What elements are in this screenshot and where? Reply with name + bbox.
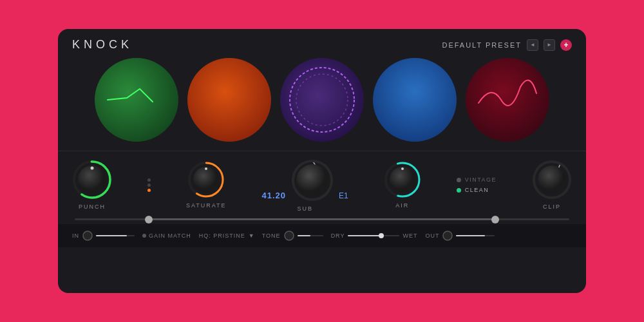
air-visualizer[interactable] — [373, 58, 457, 142]
hq-control: HQ: PRISTINE ▼ — [199, 232, 254, 239]
clip-knob-wrapper — [532, 160, 572, 200]
sub-visualizer[interactable] — [280, 58, 364, 142]
sliders-area — [58, 216, 586, 224]
bottom-bar: IN GAIN MATCH HQ: PRISTINE ▼ TONE — [58, 224, 586, 247]
punch-knob-wrapper — [72, 160, 112, 200]
out-knob[interactable] — [442, 231, 453, 241]
svg-point-5 — [91, 167, 94, 170]
app-logo: KNOCK — [72, 38, 133, 52]
svg-point-1 — [296, 74, 348, 126]
preset-add-button[interactable]: + — [560, 39, 572, 51]
dry-label: DRY — [331, 232, 345, 239]
controls-area: PUNCH — [58, 151, 586, 216]
saturate-label: SATURATE — [186, 202, 227, 209]
in-knob[interactable] — [82, 231, 93, 241]
preset-area: DEFAULT PRESET ◄ ► + — [442, 39, 572, 51]
dry-wet-control: DRY WET — [331, 232, 418, 239]
clean-mode-option[interactable]: CLEAN — [457, 187, 489, 193]
in-slider[interactable] — [96, 235, 135, 236]
sub-freq-value: 41.20 — [262, 191, 287, 200]
svg-point-8 — [193, 167, 219, 193]
sub-control: 41.20 E1 — [262, 158, 348, 212]
saturate-knob-wrapper — [187, 161, 225, 198]
vintage-mode-option[interactable]: VINTAGE — [457, 176, 497, 183]
in-label: IN — [72, 232, 79, 239]
out-label: OUT — [425, 232, 439, 239]
clip-control: CLIP — [532, 160, 572, 210]
svg-point-9 — [205, 167, 207, 170]
preset-name: DEFAULT PRESET — [442, 41, 522, 49]
saturate-visualizer[interactable] — [187, 58, 271, 142]
tone-knob[interactable] — [284, 231, 294, 241]
clip-knob[interactable] — [532, 160, 572, 200]
range-slider-track[interactable] — [75, 218, 569, 220]
svg-point-19 — [538, 166, 566, 194]
punch-visualizer[interactable] — [95, 58, 178, 142]
svg-point-20 — [83, 231, 92, 240]
mode-switches: VINTAGE CLEAN — [457, 176, 497, 193]
vintage-dot — [457, 178, 461, 182]
dot-2 — [147, 184, 151, 187]
wet-label: WET — [402, 232, 417, 239]
out-slider[interactable] — [456, 235, 495, 236]
tone-label: TONE — [262, 232, 281, 239]
in-control: IN — [72, 231, 135, 241]
sub-label: SUB — [297, 205, 313, 212]
air-knob[interactable] — [384, 161, 421, 198]
hq-dropdown-arrow[interactable]: ▼ — [249, 232, 254, 239]
gain-match-dot — [142, 234, 146, 238]
dot-indicators — [147, 178, 151, 192]
air-label: AIR — [395, 202, 409, 209]
svg-point-16 — [401, 167, 404, 170]
tone-slider[interactable] — [298, 235, 323, 236]
gain-match-control[interactable]: GAIN MATCH — [142, 232, 191, 239]
clean-dot — [457, 188, 461, 193]
clip-label: CLIP — [543, 204, 561, 210]
svg-point-0 — [290, 68, 354, 132]
preset-next-button[interactable]: ► — [544, 39, 555, 51]
punch-control: PUNCH — [72, 160, 112, 210]
sub-note-display: E1 — [339, 191, 348, 200]
svg-point-4 — [78, 166, 106, 194]
saturate-control: SATURATE — [186, 161, 227, 209]
air-knob-wrapper — [384, 161, 421, 198]
air-control: AIR — [384, 161, 421, 209]
range-slider-container — [72, 218, 572, 220]
vintage-label: VINTAGE — [465, 176, 497, 183]
clip-visualizer[interactable] — [466, 58, 549, 142]
sub-note-value: E1 — [339, 191, 348, 200]
sub-freq-display: 41.20 — [262, 191, 287, 200]
svg-point-15 — [390, 167, 415, 193]
sub-knob-area: 41.20 E1 — [262, 158, 348, 203]
clean-label: CLEAN — [465, 187, 489, 193]
svg-point-22 — [443, 231, 452, 240]
svg-point-12 — [296, 164, 328, 196]
preset-prev-button[interactable]: ◄ — [527, 39, 538, 51]
sub-knob[interactable] — [290, 158, 335, 203]
viz-area — [58, 58, 586, 151]
saturate-knob[interactable] — [187, 161, 225, 198]
range-thumb-right[interactable] — [491, 216, 499, 223]
dot-1 — [147, 178, 151, 182]
out-control: OUT — [425, 231, 495, 241]
punch-knob[interactable] — [72, 160, 112, 200]
range-thumb-left[interactable] — [145, 216, 153, 223]
header: KNOCK DEFAULT PRESET ◄ ► + — [58, 29, 586, 58]
hq-label: HQ: PRISTINE — [199, 232, 245, 239]
tone-control: TONE — [262, 231, 323, 241]
gain-match-label: GAIN MATCH — [149, 232, 191, 239]
punch-label: PUNCH — [79, 204, 106, 210]
dry-wet-slider[interactable] — [348, 235, 399, 236]
dot-3 — [147, 189, 151, 192]
plugin-container: KNOCK DEFAULT PRESET ◄ ► + — [58, 29, 586, 293]
svg-point-21 — [285, 231, 294, 240]
